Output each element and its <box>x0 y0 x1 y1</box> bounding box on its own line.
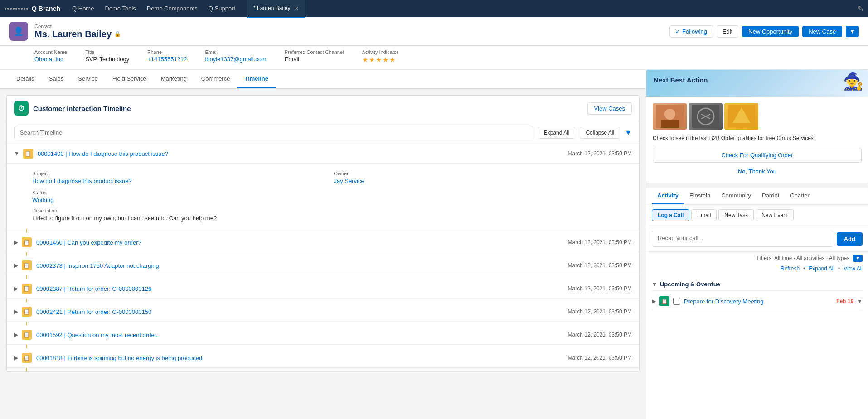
case-chevron-3[interactable]: ▶ <box>14 285 18 292</box>
subtab-email[interactable]: Email <box>691 209 717 221</box>
tab-lauren-bailey[interactable]: * Lauren Bailey ✕ <box>247 0 305 18</box>
timeline-search-input[interactable] <box>14 126 533 139</box>
tab-details[interactable]: Details <box>9 70 42 88</box>
case-date-2: March 12, 2021, 03:50 PM <box>568 262 632 269</box>
svg-point-1 <box>664 109 675 120</box>
nav-links: Q Home Demo Tools Demo Components Q Supp… <box>67 0 241 17</box>
email-value[interactable]: lboyle1337@gmail.com <box>205 56 266 63</box>
new-case-button[interactable]: New Case <box>802 26 842 37</box>
filter-funnel-icon[interactable]: ▼ <box>853 255 863 262</box>
no-thanks-button[interactable]: No, Thank You <box>653 166 862 177</box>
case-owner-value[interactable]: Jay Service <box>334 178 629 184</box>
activity-tab-einstein[interactable]: Einstein <box>684 188 716 204</box>
upcoming-item-checkbox-0[interactable] <box>673 298 680 305</box>
tab-service[interactable]: Service <box>71 70 105 88</box>
case-chevron-1[interactable]: ▶ <box>14 239 18 246</box>
nba-body: Check to see if the last B2B Order quali… <box>646 97 868 183</box>
nav-demo-components[interactable]: Demo Components <box>141 0 203 17</box>
upcoming-title: Upcoming & Overdue <box>660 281 720 288</box>
view-all-link[interactable]: View All <box>844 265 863 272</box>
app-menu-icon[interactable] <box>5 8 28 10</box>
nav-q-home[interactable]: Q Home <box>67 0 99 17</box>
case-title-1[interactable]: 00001450 | Can you expedite my order? <box>36 239 568 246</box>
right-panel: Next Best Action 🧙 Check to see if the l… <box>646 70 868 419</box>
case-icon-4: 📋 <box>22 307 32 317</box>
recap-call-input[interactable] <box>652 231 833 247</box>
case-icon-1: 📋 <box>22 237 32 247</box>
case-chevron-6[interactable]: ▶ <box>14 355 18 361</box>
case-chevron-5[interactable]: ▶ <box>14 332 18 338</box>
case-title-0[interactable]: 00001400 | How do I diagnose this produc… <box>38 150 568 157</box>
case-chevron-2[interactable]: ▶ <box>14 262 18 269</box>
phone-field: Phone +14155551212 <box>147 49 187 64</box>
record-header: 👤 Contact Ms. Lauren Bailey 🔒 ✓ Followin… <box>0 17 868 46</box>
case-row-4: ▶ 📋 00002421 | Return for order: O-00000… <box>7 302 639 325</box>
case-icon-3: 📋 <box>22 284 32 294</box>
view-cases-button[interactable]: View Cases <box>587 102 632 115</box>
case-row-1: ▶ 📋 00001450 | Can you expedite my order… <box>7 233 639 256</box>
case-icon-6: 📋 <box>22 353 32 363</box>
expand-all-button[interactable]: Expand All <box>538 127 576 139</box>
subtab-log-call[interactable]: Log a Call <box>652 209 689 221</box>
case-row-2: ▶ 📋 00002373 | Inspiron 1750 Adaptor not… <box>7 256 639 279</box>
phone-value[interactable]: +14155551212 <box>147 56 187 63</box>
case-title-6[interactable]: 00001818 | Turbine is spinning but no en… <box>36 355 568 361</box>
case-title-4[interactable]: 00002421 | Return for order: O-000000015… <box>36 308 568 315</box>
actions-dropdown-button[interactable]: ▼ <box>846 26 859 37</box>
record-type-icon: 👤 <box>9 22 28 41</box>
case-status-value: Working <box>32 197 628 203</box>
upcoming-item-icon-0: 📋 <box>659 296 669 306</box>
activity-tab-activity[interactable]: Activity <box>652 188 684 204</box>
timeline-connector-4 <box>26 322 639 325</box>
case-date-1: March 12, 2021, 03:50 PM <box>568 239 632 246</box>
upcoming-item-date-0: Feb 19 <box>836 298 853 304</box>
case-title-2[interactable]: 00002373 | Inspiron 1750 Adaptor not cha… <box>36 262 568 269</box>
upcoming-item-0: ▶ 📋 Prepare for Discovery Meeting Feb 19… <box>652 293 863 310</box>
expand-all-link[interactable]: Expand All <box>809 265 834 272</box>
check-qualifying-order-button[interactable]: Check For Qualifying Order <box>653 148 862 163</box>
case-icon-2: 📋 <box>22 260 32 270</box>
check-icon: ✓ <box>675 28 680 35</box>
tab-commerce[interactable]: Commerce <box>194 70 238 88</box>
activity-tab-pardot[interactable]: Pardot <box>756 188 785 204</box>
nav-demo-tools[interactable]: Demo Tools <box>99 0 141 17</box>
new-opportunity-button[interactable]: New Opportunity <box>742 26 799 37</box>
case-row-0: ▼ 📋 00001400 | How do I diagnose this pr… <box>7 144 639 233</box>
subtab-new-event[interactable]: New Event <box>756 209 794 221</box>
activity-subtabs: Log a Call Email New Task New Event <box>646 205 868 226</box>
activity-tab-community[interactable]: Community <box>716 188 756 204</box>
case-title-3[interactable]: 00002387 | Return for order: O-000000012… <box>36 285 568 292</box>
follow-button[interactable]: ✓ Following <box>669 25 713 38</box>
nba-header: Next Best Action 🧙 <box>646 70 868 97</box>
tab-marketing[interactable]: Marketing <box>154 70 194 88</box>
case-title-5[interactable]: 00001592 | Question on my most recent or… <box>36 332 568 338</box>
contact-name: Ms. Lauren Bailey <box>34 29 112 39</box>
refresh-link[interactable]: Refresh <box>781 265 800 272</box>
account-name-value[interactable]: Ohana, Inc. <box>34 56 67 63</box>
edit-button[interactable]: Edit <box>717 25 738 38</box>
collapse-all-button[interactable]: Collapse All <box>580 127 620 139</box>
activity-tab-chatter[interactable]: Chatter <box>785 188 815 204</box>
upcoming-item-expand-0[interactable]: ▼ <box>857 298 863 304</box>
tab-close-icon[interactable]: ✕ <box>295 0 299 17</box>
timeline-connector-0 <box>26 229 639 233</box>
case-subject-value[interactable]: How do I diagnose this product issue? <box>32 178 327 184</box>
tab-timeline[interactable]: Timeline <box>237 70 276 88</box>
case-icon-0: 📋 <box>23 149 33 159</box>
add-button[interactable]: Add <box>837 232 863 246</box>
case-chevron-4[interactable]: ▶ <box>14 308 18 315</box>
case-owner-field: Owner Jay Service <box>334 171 629 184</box>
case-chevron-0[interactable]: ▼ <box>14 150 19 157</box>
timeline-filter-icon[interactable]: ▼ <box>625 129 632 137</box>
nav-q-support[interactable]: Q Support <box>203 0 241 17</box>
tab-sales[interactable]: Sales <box>42 70 71 88</box>
upcoming-item-chevron-0[interactable]: ▶ <box>652 298 656 304</box>
upcoming-chevron-icon[interactable]: ▼ <box>652 281 657 288</box>
timeline-connector-2 <box>26 275 639 279</box>
subtab-new-task[interactable]: New Task <box>718 209 754 221</box>
case-row-5: ▶ 📋 00001592 | Question on my most recen… <box>7 325 639 348</box>
upcoming-item-title-0[interactable]: Prepare for Discovery Meeting <box>684 298 833 305</box>
case-date-4: March 12, 2021, 03:50 PM <box>568 308 632 315</box>
edit-icon[interactable]: ✎ <box>858 5 863 13</box>
tab-field-service[interactable]: Field Service <box>105 70 154 88</box>
